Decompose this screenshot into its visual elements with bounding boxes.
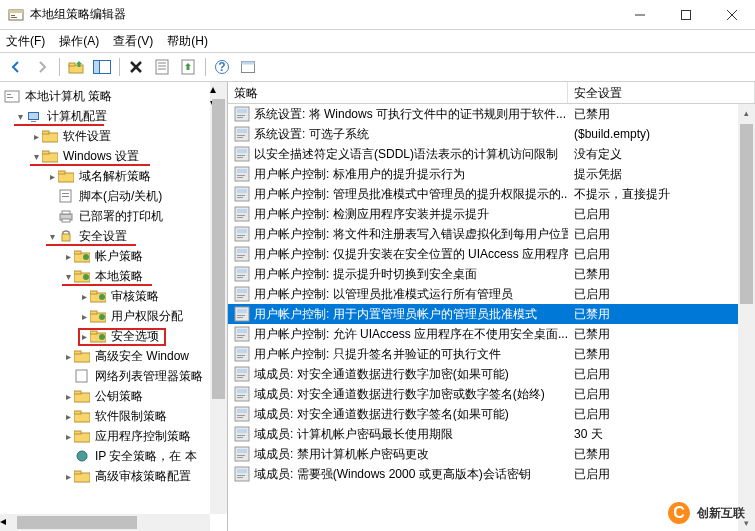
tree-horizontal-scrollbar[interactable]: ◂ ▸ (0, 514, 210, 531)
menu-help[interactable]: 帮助(H) (167, 33, 208, 50)
list-row[interactable]: 用户帐户控制: 允许 UIAccess 应用程序在不使用安全桌面...已禁用 (228, 324, 755, 344)
tree-adv-security-windows[interactable]: ▸高级安全 Window (0, 346, 227, 366)
show-hide-tree-button[interactable] (90, 55, 114, 79)
svg-rect-99 (237, 255, 245, 256)
column-policy[interactable]: 策略 (228, 82, 568, 103)
list-row[interactable]: 域成员: 计算机帐户密码最长使用期限30 天 (228, 424, 755, 444)
delete-button[interactable] (124, 55, 148, 79)
list-row[interactable]: 域成员: 对安全通道数据进行数字加密或数字签名(始终)已启用 (228, 384, 755, 404)
svg-rect-72 (237, 117, 243, 118)
list-row[interactable]: 系统设置: 可选子系统($build.empty) (228, 124, 755, 144)
svg-rect-86 (237, 189, 247, 193)
svg-rect-102 (237, 269, 247, 273)
tree-software-restrict[interactable]: ▸软件限制策略 (0, 406, 227, 426)
scroll-up-arrow-icon[interactable]: ▴ (210, 82, 227, 96)
tree-scripts[interactable]: 脚本(启动/关机) (0, 186, 227, 206)
list-row[interactable]: 用户帐户控制: 提示提升时切换到安全桌面已禁用 (228, 264, 755, 284)
svg-rect-78 (237, 149, 247, 153)
navigation-tree[interactable]: 本地计算机 策略 ▾计算机配置 ▸软件设置 ▾Windows 设置 ▸域名解析策… (0, 86, 227, 486)
refresh-button[interactable] (236, 55, 260, 79)
list-row[interactable]: 用户帐户控制: 以管理员批准模式运行所有管理员已启用 (228, 284, 755, 304)
tree-adv-audit[interactable]: ▸高级审核策略配置 (0, 466, 227, 486)
menu-file[interactable]: 文件(F) (6, 33, 45, 50)
svg-rect-68 (74, 471, 81, 474)
list-header: 策略 安全设置 (228, 82, 755, 104)
tree-root[interactable]: 本地计算机 策略 (0, 86, 227, 106)
tree-vertical-scrollbar[interactable]: ▴ ▾ (210, 82, 227, 514)
policy-name-cell: 用户帐户控制: 提示提升时切换到安全桌面 (228, 266, 568, 283)
list-row[interactable]: 用户帐户控制: 仅提升安装在安全位置的 UIAccess 应用程序已启用 (228, 244, 755, 264)
svg-rect-91 (237, 215, 245, 216)
list-row[interactable]: 用户帐户控制: 管理员批准模式中管理员的提升权限提示的...不提示，直接提升 (228, 184, 755, 204)
svg-rect-132 (237, 417, 243, 418)
svg-rect-63 (74, 411, 81, 414)
forward-button[interactable] (30, 55, 54, 79)
tree-label: 公钥策略 (95, 388, 143, 405)
tree-app-control[interactable]: ▸应用程序控制策略 (0, 426, 227, 446)
tree-user-rights[interactable]: ▸用户权限分配 (0, 306, 227, 326)
export-button[interactable] (176, 55, 200, 79)
svg-rect-110 (237, 309, 247, 313)
tree-audit-policy[interactable]: ▸审核策略 (0, 286, 227, 306)
svg-rect-11 (94, 61, 100, 74)
policy-value: 已启用 (574, 406, 610, 423)
list-row[interactable]: 系统设置: 将 Windows 可执行文件中的证书规则用于软件...已禁用 (228, 104, 755, 124)
list-row[interactable]: 域成员: 需要强(Windows 2000 或更高版本)会话密钥已启用 (228, 464, 755, 484)
close-button[interactable] (709, 0, 755, 30)
list-row[interactable]: 域成员: 对安全通道数据进行数字签名(如果可能)已启用 (228, 404, 755, 424)
svg-rect-128 (237, 397, 243, 398)
minimize-button[interactable] (617, 0, 663, 30)
list-row[interactable]: 域成员: 禁用计算机帐户密码更改已禁用 (228, 444, 755, 464)
policy-name: 域成员: 对安全通道数据进行数字签名(如果可能) (254, 406, 509, 423)
scroll-up-arrow-icon[interactable]: ▴ (738, 104, 755, 121)
tree-ip-security[interactable]: ▸IP 安全策略，在 本 (0, 446, 227, 466)
svg-rect-40 (62, 219, 70, 222)
tree-dns-policy[interactable]: ▸域名解析策略 (0, 166, 227, 186)
titlebar: 本地组策略编辑器 (0, 0, 755, 30)
scroll-thumb[interactable] (17, 516, 137, 529)
column-setting[interactable]: 安全设置 (568, 82, 755, 103)
tree-security-settings[interactable]: ▾安全设置 (0, 226, 227, 246)
svg-rect-14 (156, 60, 168, 74)
tree-software-settings[interactable]: ▸软件设置 (0, 126, 227, 146)
list-row[interactable]: 用户帐户控制: 将文件和注册表写入错误虚拟化到每用户位置已启用 (228, 224, 755, 244)
policy-name: 用户帐户控制: 管理员批准模式中管理员的提升权限提示的... (254, 186, 568, 203)
policy-value-cell: 不提示，直接提升 (568, 186, 755, 203)
back-button[interactable] (4, 55, 28, 79)
list-row[interactable]: 用户帐户控制: 检测应用程序安装并提示提升已启用 (228, 204, 755, 224)
tree-network-list[interactable]: 网络列表管理器策略 (0, 366, 227, 386)
list-row[interactable]: 以安全描述符定义语言(SDDL)语法表示的计算机访问限制没有定义 (228, 144, 755, 164)
watermark-text: 创新互联 (697, 505, 745, 522)
list-row[interactable]: 用户帐户控制: 只提升签名并验证的可执行文件已禁用 (228, 344, 755, 364)
tree-label: 本地计算机 策略 (25, 88, 112, 105)
policy-value-cell: ($build.empty) (568, 127, 755, 141)
tree-windows-settings[interactable]: ▾Windows 设置 (0, 146, 227, 166)
scroll-thumb[interactable] (740, 124, 753, 304)
list-row[interactable]: 用户帐户控制: 标准用户的提升提示行为提示凭据 (228, 164, 755, 184)
scroll-thumb[interactable] (212, 99, 225, 399)
policy-name-cell: 用户帐户控制: 允许 UIAccess 应用程序在不使用安全桌面... (228, 326, 568, 343)
tree-public-key[interactable]: ▸公钥策略 (0, 386, 227, 406)
list-vertical-scrollbar[interactable]: ▴ ▾ (738, 104, 755, 531)
policy-name: 以安全描述符定义语言(SDDL)语法表示的计算机访问限制 (254, 146, 558, 163)
list-row[interactable]: 用户帐户控制: 用于内置管理员帐户的管理员批准模式已禁用 (228, 304, 755, 324)
help-button[interactable]: ? (210, 55, 234, 79)
scroll-left-arrow-icon[interactable]: ◂ (0, 514, 17, 528)
list-pane: 策略 安全设置 系统设置: 将 Windows 可执行文件中的证书规则用于软件.… (228, 82, 755, 531)
maximize-button[interactable] (663, 0, 709, 30)
properties-button[interactable] (150, 55, 174, 79)
svg-rect-58 (74, 351, 81, 354)
list-row[interactable]: 域成员: 对安全通道数据进行数字加密(如果可能)已启用 (228, 364, 755, 384)
up-button[interactable] (64, 55, 88, 79)
policy-name-cell: 用户帐户控制: 仅提升安装在安全位置的 UIAccess 应用程序 (228, 246, 568, 263)
svg-rect-25 (7, 97, 13, 98)
tree-deployed-printers[interactable]: 已部署的打印机 (0, 206, 227, 226)
app-icon (8, 7, 24, 23)
tree-local-policy[interactable]: ▾本地策略 (0, 266, 227, 286)
tree-computer-config[interactable]: ▾计算机配置 (0, 106, 227, 126)
watermark: C 创新互联 (665, 495, 755, 531)
tree-account-policy[interactable]: ▸帐户策略 (0, 246, 227, 266)
policy-name-cell: 用户帐户控制: 以管理员批准模式运行所有管理员 (228, 286, 568, 303)
menu-view[interactable]: 查看(V) (113, 33, 153, 50)
menu-action[interactable]: 操作(A) (59, 33, 99, 50)
